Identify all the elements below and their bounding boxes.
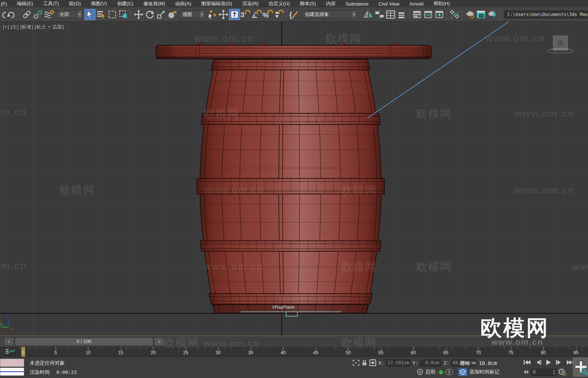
select-place-button[interactable] xyxy=(167,9,178,20)
spinner-snap-button[interactable] xyxy=(274,9,285,20)
rectangular-selection-region-button[interactable] xyxy=(107,9,118,20)
menu-item-7[interactable]: 动画(A) xyxy=(175,0,191,7)
menu-item-3[interactable]: 组(G) xyxy=(69,0,81,7)
spinner-icon[interactable]: ▲▼ xyxy=(553,369,556,375)
viewport-left[interactable]: z y x [+] [左] [标准] [粘土 + 边面] 左 VRayPlane xyxy=(0,22,588,336)
mini-curve-editor-button[interactable] xyxy=(4,348,16,356)
angle-snap-button[interactable] xyxy=(251,9,262,20)
select-manipulate-button[interactable] xyxy=(207,9,218,20)
vrayplane-label[interactable]: VRayPlane xyxy=(265,305,302,310)
menu-item-14[interactable]: Civil View xyxy=(379,1,400,7)
menu-item-13[interactable]: Substance xyxy=(346,1,368,7)
select-rotate-button[interactable] xyxy=(144,9,155,20)
use-pivot-center-button[interactable] xyxy=(229,9,240,20)
render-production-button[interactable] xyxy=(487,9,498,20)
menu-item-6[interactable]: 修改器(M) xyxy=(143,0,165,7)
ruler-tick-label: 80 xyxy=(536,350,551,355)
go-to-start-button[interactable] xyxy=(522,358,532,366)
bind-spacewarp-icon[interactable] xyxy=(43,9,55,20)
viewport-label[interactable]: [+] [左] [标准] [粘土 + 边面] xyxy=(3,24,64,30)
menu-item-10[interactable]: 自定义(U) xyxy=(269,0,290,7)
menu-item-15[interactable]: Arnold xyxy=(410,1,424,7)
ruler-tick-label: 15 xyxy=(113,350,128,355)
next-frame-step-button[interactable] xyxy=(553,358,563,366)
current-frame-field[interactable]: 0 ▲▼ xyxy=(531,369,557,376)
drag-grip[interactable] xyxy=(0,337,3,346)
track-bar[interactable]: 0510152025303540455055606570758085 xyxy=(0,347,588,357)
ruler-tick-label: 60 xyxy=(406,350,421,355)
redo-icon[interactable] xyxy=(6,9,17,20)
ruler-tick-label: 45 xyxy=(308,350,323,355)
toggle-ribbon-button[interactable] xyxy=(411,9,423,20)
previous-frame-button[interactable]: ‹ xyxy=(4,338,13,345)
key-mode-toggle[interactable] xyxy=(523,370,529,374)
svg-text:3: 3 xyxy=(240,11,245,19)
ruler-tick-label: 40 xyxy=(276,350,291,355)
menu-item-16[interactable]: 帮助(H) xyxy=(433,0,450,7)
menu-item-2[interactable]: 工具(T) xyxy=(43,0,59,7)
absolute-mode-icon[interactable] xyxy=(369,359,377,366)
link-icon[interactable] xyxy=(21,9,32,20)
toggle-scene-explorer-button[interactable] xyxy=(385,9,396,20)
menu-item-5[interactable]: 创建(C) xyxy=(117,0,133,7)
y-coordinate-field[interactable]: -0.0cm xyxy=(420,359,442,366)
notification-count-badge[interactable]: 0 xyxy=(445,369,453,375)
security-shield-icon[interactable] xyxy=(417,369,423,375)
transform-typein: X: 17.501cm Y: -0.0cm Z: 66.994cm xyxy=(352,358,476,367)
x-coordinate-field[interactable]: 17.501cm xyxy=(386,359,411,366)
viewcube-ring[interactable] xyxy=(547,48,574,54)
menu-item-4[interactable]: 视图(V) xyxy=(91,0,107,7)
maxscript-mini-listener-macro[interactable] xyxy=(0,359,24,367)
percent-snap-button[interactable]: % xyxy=(262,9,274,20)
edit-named-selection-sets-button[interactable]: { xyxy=(289,9,300,20)
set-key-button[interactable] xyxy=(573,357,588,377)
schematic-view-button[interactable] xyxy=(434,9,445,20)
selection-filter-dropdown[interactable]: 全部 ▼ xyxy=(56,10,83,19)
menu-item-12[interactable]: 内容 xyxy=(326,0,336,7)
toggle-layer-explorer-button[interactable] xyxy=(396,9,407,20)
menu-item-9[interactable]: 渲染(R) xyxy=(242,0,259,7)
time-slider-track[interactable] xyxy=(164,336,588,347)
snap-toggle-3d-button[interactable]: 3 xyxy=(240,9,251,20)
align-button[interactable] xyxy=(374,9,385,20)
menu-item-11[interactable]: 脚本(S) xyxy=(300,0,316,7)
play-button[interactable] xyxy=(544,358,553,366)
curve-editor-button[interactable] xyxy=(423,9,434,20)
undo-icon[interactable] xyxy=(1,9,6,20)
time-configuration-button[interactable] xyxy=(558,368,566,376)
current-frame-value: 0 xyxy=(533,369,536,375)
status-bar: 未选定任何对象 渲染时间 0:00:23 X: 17.501cm Y: -0.0… xyxy=(0,357,588,378)
select-object-button[interactable] xyxy=(84,9,96,20)
barrel-model[interactable] xyxy=(0,22,588,336)
previous-frame-step-button[interactable] xyxy=(534,358,543,366)
render-time-value: 0:00:23 xyxy=(56,369,77,375)
menu-item-1[interactable]: 编辑(E) xyxy=(17,0,33,7)
selection-lock-icon[interactable] xyxy=(362,359,367,366)
reference-coordinate-dropdown[interactable]: 视图 ▼ xyxy=(179,10,205,19)
next-frame-button[interactable]: › xyxy=(155,338,164,345)
time-slider-handle[interactable]: 0 / 100 xyxy=(15,338,153,345)
named-selection-set-value: 创建选择集 xyxy=(302,11,351,18)
ruler-tick-label: 85 xyxy=(569,350,584,355)
select-scale-button[interactable] xyxy=(155,9,167,20)
ruler-tick-label: 75 xyxy=(504,350,518,355)
isolate-selection-icon[interactable] xyxy=(352,359,360,366)
time-tag-cube-button[interactable] xyxy=(458,368,467,376)
rendered-frame-window-button[interactable] xyxy=(475,9,487,20)
unlink-icon[interactable] xyxy=(32,9,43,20)
material-editor-button[interactable] xyxy=(449,9,460,20)
named-selection-set-dropdown[interactable]: 创建选择集 ▼ xyxy=(301,10,357,19)
enable-label: 启用: xyxy=(425,369,437,375)
window-crossing-toggle[interactable] xyxy=(118,9,129,20)
render-setup-button[interactable] xyxy=(464,9,475,20)
project-folder-dropdown[interactable]: C:\Users\Han\Documents\3ds Max 2022 ▼ xyxy=(504,10,588,19)
ruler-tick-label: 35 xyxy=(243,350,258,355)
mirror-button[interactable] xyxy=(363,9,374,20)
menu-item-8[interactable]: 图形编辑器(D) xyxy=(201,0,232,7)
select-move-button[interactable] xyxy=(133,9,144,20)
add-time-tag-label[interactable]: 添加时间标记 xyxy=(469,369,500,375)
select-by-name-button[interactable] xyxy=(96,9,107,20)
menu-item-0[interactable]: (F) xyxy=(1,1,7,7)
snap-pivot-icon[interactable] xyxy=(218,9,229,20)
maxscript-mini-listener[interactable] xyxy=(0,368,24,376)
